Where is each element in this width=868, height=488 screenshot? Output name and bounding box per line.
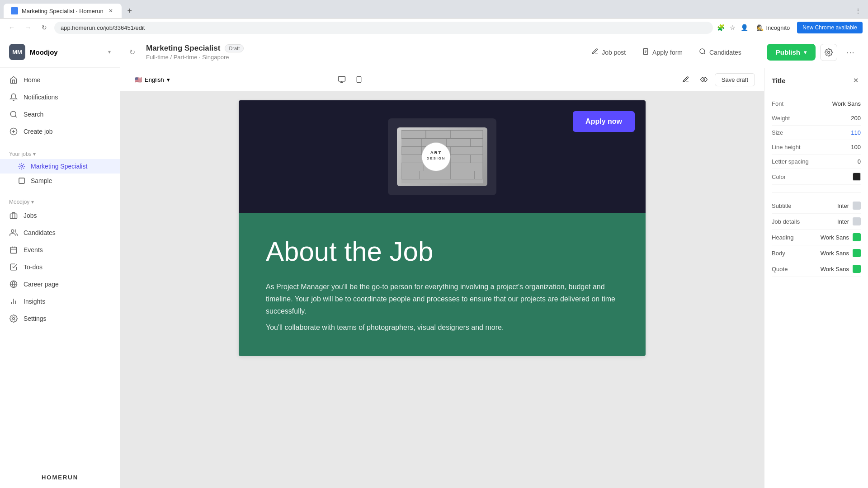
language-selector[interactable]: 🇺🇸 English ▾ [129,74,175,86]
publish-label: Publish [776,48,800,56]
candidates-tab-label: Candidates [709,49,741,56]
job-post-tab-label: Job post [602,49,626,56]
flag-icon: 🇺🇸 [135,76,142,83]
reload-button[interactable]: ↻ [38,21,51,34]
bookmark-icon[interactable]: ☆ [728,23,737,32]
events-icon [9,245,18,254]
new-tab-button[interactable]: + [123,5,136,17]
subtitle-toggle[interactable] [853,202,861,210]
incognito-button[interactable]: 🕵 Incognito [752,23,795,33]
line-height-label: Line height [772,144,801,150]
body-toggle[interactable] [853,249,861,257]
heading-toggle[interactable] [853,233,861,241]
sidebar-settings-icon [9,314,18,323]
panel-font-row-job-details: Job details Inter [772,214,861,230]
sidebar-item-sample[interactable]: Sample [0,174,120,188]
sidebar-item-label: To-dos [24,263,42,271]
incognito-icon: 🕵 [756,24,764,31]
panel-row-weight: Weight 200 [772,111,861,126]
sidebar-item-jobs[interactable]: Jobs [0,207,120,224]
sidebar-footer: HOMERUN [0,467,120,488]
tab-close-button[interactable]: ✕ [107,7,114,14]
sidebar-item-search[interactable]: Search [0,106,120,123]
svg-point-25 [828,51,830,53]
app-layout: MM Moodjoy ▾ Home Notifications [0,37,868,488]
sidebar-brand[interactable]: MM Moodjoy ▾ [0,37,120,68]
language-chevron-icon: ▾ [167,76,170,83]
color-swatch[interactable] [853,173,861,181]
sidebar-sub-item-label: Sample [31,177,52,184]
sidebar-item-label: Candidates [24,229,56,236]
tab-job-post[interactable]: Job post [584,44,633,61]
forward-button[interactable]: → [22,21,34,34]
quote-font-value: Work Sans [821,266,849,272]
job-details-toggle[interactable] [853,217,861,225]
mobile-view-button[interactable] [351,72,367,87]
svg-line-24 [704,53,705,54]
tab-apply-form[interactable]: Apply form [635,44,690,61]
letter-spacing-label: Letter spacing [772,158,809,165]
pencil-icon-button[interactable] [679,72,693,87]
panel-close-button[interactable]: ✕ [851,75,861,85]
subtitle-font-value: Inter [837,202,849,209]
svg-point-8 [11,230,14,232]
tab-candidates[interactable]: Candidates [692,44,749,61]
sidebar-item-label: Insights [24,298,45,305]
sidebar-item-candidates[interactable]: Candidates [0,224,120,241]
topbar-subtitle: Full-time / Part-time · Singapore [146,54,244,61]
canvas-frame: Apply now [239,100,646,356]
sidebar-item-insights[interactable]: Insights [0,293,120,310]
tab-bar: Marketing Specialist · Homerun ✕ + ⋮ [0,0,868,18]
job-details-font-label: Job details [772,218,800,225]
canvas-toolbar: 🇺🇸 English ▾ [120,68,764,91]
weight-label: Weight [772,115,790,122]
jobs-icon [9,211,18,220]
sidebar-item-events[interactable]: Events [0,241,120,258]
topbar-title-section: Marketing Specialist Draft Full-time / P… [146,44,244,61]
heading-font-label: Heading [772,234,793,241]
panel-font-row-body: Body Work Sans [772,245,861,261]
sidebar-item-create-job[interactable]: Create job [0,123,120,140]
back-button[interactable]: ← [5,21,18,34]
svg-point-0 [10,111,16,117]
quote-toggle[interactable] [853,265,861,273]
sidebar-item-todos[interactable]: To-dos [0,258,120,276]
search-icon [9,110,18,119]
brand-avatar: MM [9,44,25,60]
topbar-actions: Publish ▾ ⋯ [767,44,859,61]
sidebar-item-career-page[interactable]: Career page [0,276,120,293]
more-options-button[interactable]: ⋯ [842,44,859,61]
your-jobs-chevron-icon: ▾ [33,151,36,157]
sidebar-item-home[interactable]: Home [0,71,120,89]
sidebar-item-notifications[interactable]: Notifications [0,89,120,106]
font-value: Work Sans [832,100,861,107]
topbar-settings-button[interactable] [820,44,837,61]
active-tab[interactable]: Marketing Specialist · Homerun ✕ [4,4,122,18]
heading-font-value: Work Sans [821,234,849,241]
svg-rect-29 [357,76,361,82]
browser-menu-icon[interactable]: ⋮ [852,5,864,17]
tab-nav-icons: ⋮ [852,5,864,17]
body-font-value: Work Sans [821,250,849,257]
preview-icon-button[interactable] [697,72,711,87]
sidebar-item-marketing-specialist[interactable]: Marketing Specialist [0,159,120,174]
new-chrome-button[interactable]: New Chrome available [797,22,863,33]
moodjoy-chevron-icon: ▾ [31,199,34,205]
apply-now-button[interactable]: Apply now [573,111,635,132]
save-draft-button[interactable]: Save draft [715,73,755,86]
extension-icon[interactable]: 🧩 [717,23,726,32]
sidebar-item-label: Search [24,111,43,118]
publish-button[interactable]: Publish ▾ [767,44,816,61]
topbar-refresh-icon[interactable]: ↻ [129,48,135,56]
address-bar-row: ← → ↻ 🧩 ☆ 👤 🕵 Incognito New Chrome avail… [0,18,868,37]
your-jobs-section-label: Your jobs ▾ [0,147,120,159]
address-input[interactable] [54,22,713,34]
profile-icon[interactable]: 👤 [740,23,749,32]
sidebar-item-settings[interactable]: Settings [0,310,120,327]
font-label: Font [772,100,783,107]
apply-form-tab-label: Apply form [652,49,683,56]
canvas-scroll[interactable]: Apply now [120,91,764,488]
brand-chevron-icon: ▾ [108,49,111,55]
desktop-view-button[interactable] [334,72,349,87]
job-header: Apply now [239,100,646,213]
